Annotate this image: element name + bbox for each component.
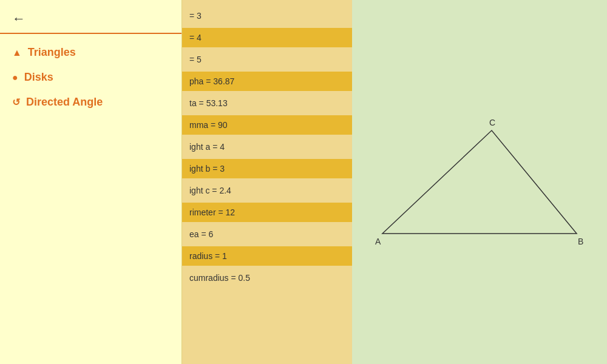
svg-marker-0 xyxy=(382,130,577,234)
triangle-svg: A B C xyxy=(364,112,595,252)
data-row-10: ea = 6 xyxy=(182,224,352,244)
triangle-icon: ▲ xyxy=(12,47,22,58)
data-row-4: ta = 53.13 xyxy=(182,93,352,113)
sidebar-label-disks: Disks xyxy=(24,71,53,84)
sidebar-label-directed-angle: Directed Angle xyxy=(26,96,103,109)
sidebar-item-disks[interactable]: ● Disks xyxy=(0,65,181,90)
back-button[interactable]: ← xyxy=(0,0,181,33)
data-row-3: pha = 36.87 xyxy=(182,72,352,91)
data-row-6: ight a = 4 xyxy=(182,137,352,157)
data-row-8: ight c = 2.4 xyxy=(182,181,352,200)
main-area: = 3= 4= 5pha = 36.87ta = 53.13mma = 90ig… xyxy=(182,0,607,364)
sidebar-item-directed-angle[interactable]: ↺ Directed Angle xyxy=(0,90,181,115)
back-arrow: ← xyxy=(12,11,25,26)
vertex-a-label: A xyxy=(375,237,381,246)
sidebar-label-triangles: Triangles xyxy=(28,46,76,59)
directed-angle-icon: ↺ xyxy=(12,96,20,108)
data-row-12: cumradius = 0.5 xyxy=(182,268,352,288)
vertex-b-label: B xyxy=(578,237,583,246)
data-row-5: mma = 90 xyxy=(182,115,352,135)
nav-items: ▲ Triangles ● Disks ↺ Directed Angle xyxy=(0,34,181,121)
sidebar: ← ▲ Triangles ● Disks ↺ Directed Angle xyxy=(0,0,182,364)
data-row-11: radius = 1 xyxy=(182,246,352,266)
sidebar-item-triangles[interactable]: ▲ Triangles xyxy=(0,40,181,65)
data-row-0: = 3 xyxy=(182,6,352,25)
data-row-2: = 5 xyxy=(182,50,352,69)
vertex-c-label: C xyxy=(489,118,495,127)
disk-icon: ● xyxy=(12,72,18,83)
data-row-7: ight b = 3 xyxy=(182,159,352,178)
canvas-area: A B C xyxy=(352,0,607,364)
data-row-9: rimeter = 12 xyxy=(182,203,352,222)
data-panel: = 3= 4= 5pha = 36.87ta = 53.13mma = 90ig… xyxy=(182,0,352,364)
data-row-1: = 4 xyxy=(182,28,352,47)
